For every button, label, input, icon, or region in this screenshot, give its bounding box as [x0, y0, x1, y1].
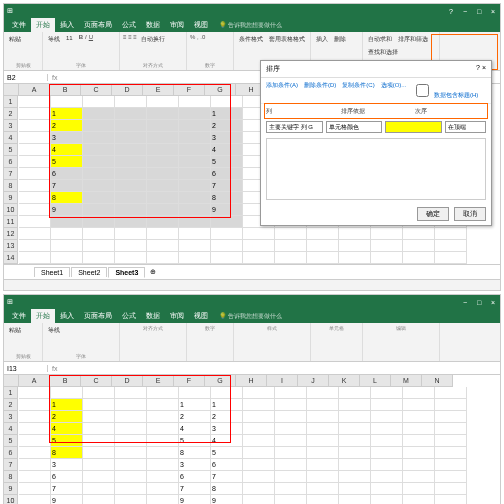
- row-header[interactable]: 6: [4, 156, 18, 168]
- cell[interactable]: [307, 240, 339, 252]
- row-header[interactable]: 8: [4, 180, 18, 192]
- cell[interactable]: [147, 399, 179, 411]
- cell[interactable]: [83, 240, 115, 252]
- cell[interactable]: 1: [211, 108, 243, 120]
- cell[interactable]: [179, 192, 211, 204]
- cell[interactable]: 2: [211, 411, 243, 423]
- sheet-tab-3[interactable]: Sheet3: [108, 267, 145, 278]
- cell[interactable]: [371, 459, 403, 471]
- cell[interactable]: 7: [211, 471, 243, 483]
- cell[interactable]: 6: [211, 459, 243, 471]
- cell[interactable]: [275, 252, 307, 264]
- cell[interactable]: [307, 399, 339, 411]
- app-menu-icon[interactable]: ⊞: [7, 7, 13, 15]
- cell[interactable]: [243, 495, 275, 504]
- cell[interactable]: [371, 387, 403, 399]
- cell[interactable]: [435, 435, 467, 447]
- cell[interactable]: [83, 495, 115, 504]
- cell[interactable]: [403, 471, 435, 483]
- cell[interactable]: [115, 411, 147, 423]
- cell[interactable]: 7: [51, 180, 83, 192]
- cell[interactable]: 5: [51, 435, 83, 447]
- cell[interactable]: 6: [51, 471, 83, 483]
- cell[interactable]: [115, 387, 147, 399]
- cell[interactable]: [115, 144, 147, 156]
- cell[interactable]: [115, 180, 147, 192]
- cell[interactable]: [147, 132, 179, 144]
- cell[interactable]: [371, 228, 403, 240]
- cell[interactable]: 5: [211, 156, 243, 168]
- cell[interactable]: [275, 483, 307, 495]
- tab-data[interactable]: 数据: [141, 18, 165, 32]
- cell[interactable]: [83, 168, 115, 180]
- cell[interactable]: [83, 120, 115, 132]
- cell[interactable]: 1: [211, 399, 243, 411]
- cell[interactable]: [371, 423, 403, 435]
- col-header[interactable]: C: [81, 84, 112, 96]
- cell[interactable]: [19, 252, 51, 264]
- cell[interactable]: [275, 447, 307, 459]
- cell[interactable]: [115, 168, 147, 180]
- cell[interactable]: [83, 471, 115, 483]
- cell[interactable]: [83, 156, 115, 168]
- cell[interactable]: [179, 252, 211, 264]
- cell[interactable]: [115, 399, 147, 411]
- cell[interactable]: [115, 447, 147, 459]
- cell[interactable]: [83, 228, 115, 240]
- cell[interactable]: [179, 156, 211, 168]
- dialog-help-icon[interactable]: ? ×: [476, 64, 486, 74]
- cell[interactable]: [243, 471, 275, 483]
- cell[interactable]: [83, 204, 115, 216]
- cell[interactable]: [19, 156, 51, 168]
- cell[interactable]: [403, 483, 435, 495]
- cell[interactable]: [147, 471, 179, 483]
- cell[interactable]: [339, 495, 371, 504]
- cell[interactable]: 9: [51, 204, 83, 216]
- cell[interactable]: [19, 240, 51, 252]
- cell[interactable]: [115, 435, 147, 447]
- cell[interactable]: [339, 228, 371, 240]
- cell[interactable]: [19, 447, 51, 459]
- cell[interactable]: [339, 240, 371, 252]
- cell[interactable]: [147, 447, 179, 459]
- cell[interactable]: [211, 228, 243, 240]
- cell[interactable]: [371, 435, 403, 447]
- cell[interactable]: [211, 216, 243, 228]
- sheet-tab-1[interactable]: Sheet1: [34, 267, 70, 277]
- cell[interactable]: [147, 156, 179, 168]
- tab-view[interactable]: 视图: [189, 18, 213, 32]
- cell[interactable]: [307, 471, 339, 483]
- cell[interactable]: [403, 252, 435, 264]
- cell[interactable]: [147, 192, 179, 204]
- row-header[interactable]: 2: [4, 108, 18, 120]
- cell[interactable]: [275, 228, 307, 240]
- cell[interactable]: [339, 252, 371, 264]
- cell[interactable]: 9: [211, 495, 243, 504]
- cell[interactable]: [179, 96, 211, 108]
- col-header[interactable]: G: [205, 84, 236, 96]
- cell[interactable]: [307, 435, 339, 447]
- cell[interactable]: [147, 168, 179, 180]
- copy-condition[interactable]: 复制条件(C): [342, 81, 374, 100]
- cell[interactable]: [307, 252, 339, 264]
- cell[interactable]: [339, 483, 371, 495]
- cell[interactable]: [371, 252, 403, 264]
- cell[interactable]: [403, 423, 435, 435]
- cell[interactable]: 2: [51, 120, 83, 132]
- cell[interactable]: [179, 240, 211, 252]
- cell[interactable]: [51, 216, 83, 228]
- row-header[interactable]: 3: [4, 120, 18, 132]
- cell[interactable]: [115, 459, 147, 471]
- tab-layout[interactable]: 页面布局: [79, 18, 117, 32]
- cell[interactable]: [147, 483, 179, 495]
- cell[interactable]: 7: [211, 180, 243, 192]
- cell[interactable]: 1: [179, 399, 211, 411]
- cell[interactable]: [403, 240, 435, 252]
- cell[interactable]: 8: [211, 192, 243, 204]
- cell[interactable]: [147, 240, 179, 252]
- new-sheet-icon[interactable]: ⊕: [150, 268, 156, 276]
- cell[interactable]: [51, 228, 83, 240]
- cell[interactable]: [371, 411, 403, 423]
- cell[interactable]: [179, 144, 211, 156]
- tab-insert[interactable]: 插入: [55, 18, 79, 32]
